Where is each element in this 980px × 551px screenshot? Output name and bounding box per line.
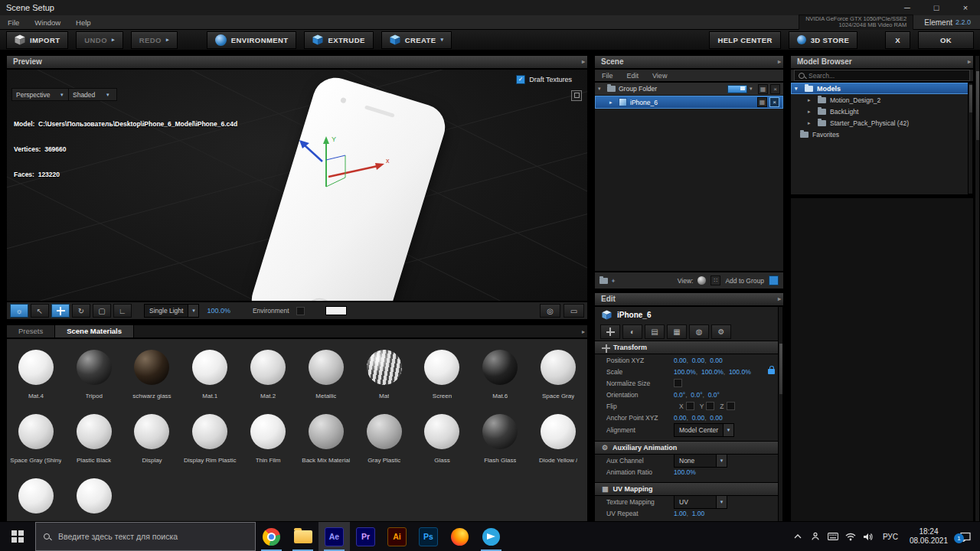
menu-window[interactable]: Window	[27, 18, 68, 27]
materials-panel-arrow-icon[interactable]: ▸	[582, 329, 585, 335]
sphere-tool-icon[interactable]: ◍	[689, 324, 709, 339]
axis-mode-button[interactable]: ∟	[113, 304, 132, 318]
create-button[interactable]: CREATE ▾	[381, 31, 452, 49]
minimize-button[interactable]: ─	[893, 0, 922, 15]
model-browser-arrow-icon[interactable]: ▸	[968, 59, 971, 65]
taskbar-app-premiere[interactable]: Pr	[350, 522, 381, 551]
action-center-button[interactable]: 1	[954, 532, 977, 542]
detach-viewport-icon[interactable]	[571, 90, 582, 101]
fullscreen-preview-button[interactable]: ▭	[564, 304, 584, 318]
redo-button[interactable]: REDO▸	[131, 31, 178, 49]
animation-ratio-value[interactable]: 100.0%	[674, 468, 696, 476]
store-button[interactable]: 3D STORE	[789, 31, 858, 49]
window-right-scrollbar[interactable]	[975, 55, 980, 522]
position-values[interactable]: 0.000.000.00	[674, 357, 723, 364]
material-item[interactable]: Display Rim Plastic	[181, 414, 239, 478]
material-item[interactable]: Space Gray	[529, 350, 587, 414]
view-shaded-icon[interactable]	[697, 276, 706, 285]
expander-right-icon[interactable]: ▸	[808, 109, 814, 115]
tray-people-icon[interactable]	[807, 532, 825, 541]
taskbar-app-firefox[interactable]	[444, 522, 475, 551]
scene-object-row[interactable]: ▸ iPhone_6 ▦ ×	[595, 96, 783, 109]
material-item[interactable]: Mat.1	[181, 350, 239, 414]
language-indicator[interactable]: РУС	[877, 533, 903, 541]
edit-panel-arrow-icon[interactable]: ▸	[778, 296, 781, 302]
tree-item-favorites[interactable]: Favorites	[791, 129, 973, 140]
search-input[interactable]	[808, 72, 965, 80]
ok-button[interactable]: OK	[918, 31, 974, 49]
transform-tool-icon[interactable]	[600, 324, 620, 339]
material-item[interactable]: Tripod	[65, 350, 123, 414]
volume-icon[interactable]	[860, 533, 877, 541]
flip-z-checkbox[interactable]	[727, 402, 735, 410]
flip-y-checkbox[interactable]	[706, 402, 714, 410]
material-item[interactable]: Diode Yellow /	[529, 414, 587, 478]
scene-lights-button[interactable]: ☼	[10, 304, 28, 318]
taskbar-clock[interactable]: 18:24 08.06.2021	[903, 527, 954, 546]
transform-section-header[interactable]: Transform	[595, 341, 783, 354]
material-item[interactable]: Mat.4	[7, 350, 65, 414]
menu-file[interactable]: File	[0, 18, 27, 27]
scene-menu-file[interactable]: File	[595, 72, 620, 80]
taskbar-app-after-effects[interactable]: Ae	[318, 522, 350, 551]
aux-channel-dropdown[interactable]: None ▾	[674, 454, 727, 468]
shading-mode-dropdown[interactable]: Shaded▾	[68, 88, 117, 101]
material-item[interactable]: Space Gray (Shiny	[7, 414, 65, 478]
environment-checkbox[interactable]	[296, 307, 305, 315]
expander-right-icon[interactable]: ▸	[808, 120, 814, 126]
close-button[interactable]: ×	[951, 0, 980, 15]
taskbar-app-photoshop[interactable]: Ps	[413, 522, 444, 551]
add-folder-icon[interactable]	[599, 278, 608, 284]
taskbar-search-input[interactable]	[57, 531, 247, 542]
material-item[interactable]	[7, 478, 65, 522]
group-tint-slider[interactable]	[727, 85, 747, 93]
background-color-swatch[interactable]	[325, 306, 347, 315]
menu-help[interactable]: Help	[68, 18, 99, 27]
settings-tool-icon[interactable]: ⚙	[711, 324, 731, 339]
search-box[interactable]	[794, 70, 970, 81]
scene-menu-edit[interactable]: Edit	[620, 72, 646, 80]
material-item[interactable]: Glass	[413, 414, 472, 478]
scene-menu-view[interactable]: View	[645, 72, 674, 80]
material-item[interactable]: Screen	[413, 350, 472, 414]
material-item[interactable]: Mat.6	[471, 350, 529, 414]
start-button[interactable]	[0, 522, 35, 551]
shading-tool-icon[interactable]: ◐	[622, 324, 642, 339]
taskbar-app-illustrator[interactable]: Ai	[381, 522, 413, 551]
tray-keyboard-icon[interactable]	[825, 533, 842, 540]
tiles-tool-icon[interactable]: ▦	[667, 324, 687, 339]
material-item[interactable]	[65, 478, 123, 522]
anchor-values[interactable]: 0.000.000.00	[674, 414, 723, 422]
material-item[interactable]: Flash Glass	[471, 414, 529, 478]
object-delete-button[interactable]: ×	[769, 97, 779, 107]
tree-item-motion-design[interactable]: ▸ Motion_Design_2	[791, 94, 973, 106]
scale-tool-button[interactable]: ▢	[93, 304, 111, 318]
tab-presets[interactable]: Presets	[7, 325, 55, 337]
draft-textures-toggle[interactable]: ✓ Draft Textures	[516, 75, 572, 84]
expander-right-icon[interactable]: ▸	[808, 97, 814, 103]
taskbar-app-telegram[interactable]	[475, 522, 507, 551]
material-item[interactable]: Metallic	[297, 350, 355, 414]
material-item[interactable]: Gray Plastic	[355, 414, 413, 478]
environment-button[interactable]: ENVIRONMENT	[207, 31, 297, 49]
expander-right-icon[interactable]: ▸	[609, 99, 616, 106]
model-tree-scrollbar[interactable]	[968, 83, 973, 194]
material-item[interactable]: Mat	[355, 350, 413, 414]
tree-item-models[interactable]: ▾ Models	[791, 83, 973, 94]
object-visibility-button[interactable]: ▦	[757, 97, 767, 107]
tray-expand-icon[interactable]	[789, 534, 807, 539]
normalize-size-checkbox[interactable]	[674, 379, 682, 387]
select-tool-button[interactable]: ↖	[31, 304, 49, 318]
expander-down-icon[interactable]: ▾	[598, 86, 604, 92]
uv-repeat-values[interactable]: 1.001.00	[674, 510, 704, 517]
light-intensity-value[interactable]: 100.0%	[207, 307, 230, 315]
maximize-button[interactable]: □	[922, 0, 951, 15]
material-item[interactable]: Plastic Black	[65, 414, 123, 478]
tree-item-starter-pack[interactable]: ▸ Starter_Pack_Physical (42)	[791, 117, 973, 129]
texture-tool-icon[interactable]: ▤	[645, 324, 665, 339]
move-tool-button[interactable]	[51, 304, 70, 318]
scene-group-row[interactable]: ▾ Group Folder ▾ ▦ ×	[595, 83, 783, 96]
alignment-dropdown[interactable]: Model Center ▾	[674, 423, 734, 437]
orientation-values[interactable]: 0.0°0.0°0.0°	[674, 391, 720, 399]
flip-x-checkbox[interactable]	[686, 402, 694, 410]
